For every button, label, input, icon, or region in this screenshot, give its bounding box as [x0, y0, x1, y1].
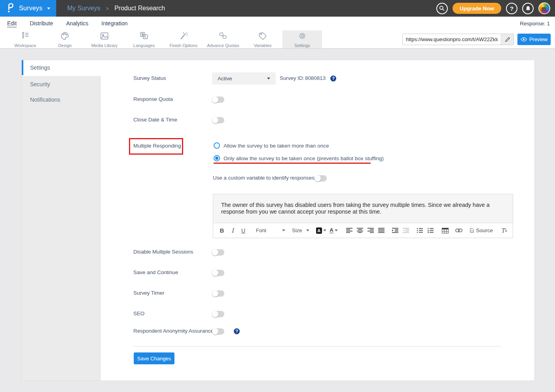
- app-root: Surveys My Surveys > Product Research Up…: [0, 0, 555, 392]
- tab-edit[interactable]: Edit: [7, 20, 17, 27]
- questionpro-logo-icon: [6, 2, 15, 15]
- seo-toggle[interactable]: [212, 311, 224, 317]
- survey-url-input[interactable]: [403, 34, 501, 45]
- anonymity-label: Respondent Anonymity Assurance: [133, 328, 214, 334]
- survey-url-field: [402, 34, 514, 45]
- search-icon[interactable]: [436, 3, 448, 14]
- help-icon[interactable]: ?: [506, 3, 517, 14]
- close-date-toggle[interactable]: [212, 117, 224, 123]
- rich-text-toolbar: B I U Font Size A A: [213, 223, 513, 238]
- breadcrumb-current-survey: Product Research: [114, 5, 165, 12]
- anonymity-toggle[interactable]: [212, 328, 224, 335]
- remove-format-icon[interactable]: Tx: [500, 226, 508, 235]
- palette-icon: [60, 31, 70, 42]
- save-continue-toggle[interactable]: [212, 270, 224, 276]
- indent-icon[interactable]: [392, 226, 399, 235]
- sidebar-item-settings[interactable]: Settings: [22, 60, 101, 75]
- toolbar-item-design[interactable]: Design: [45, 30, 85, 48]
- eye-icon: [521, 37, 527, 42]
- toolbar-item-languages[interactable]: A Languages: [124, 30, 164, 48]
- toolbar-item-media-library[interactable]: Media Library: [85, 30, 124, 48]
- survey-timer-toggle[interactable]: [212, 290, 224, 297]
- response-count[interactable]: Response: 1: [520, 21, 550, 27]
- edit-toolbar: Workspace Design Media Library A Languag…: [0, 30, 555, 49]
- response-quota-label: Response Quota: [133, 96, 173, 102]
- source-document-icon: [470, 227, 474, 233]
- tab-distribute[interactable]: Distribute: [30, 20, 53, 27]
- breadcrumb-separator: >: [106, 6, 109, 11]
- toolbar-item-advance-quotas[interactable]: Advance Quotas: [203, 30, 243, 48]
- disable-sessions-toggle[interactable]: [212, 249, 224, 256]
- italic-icon[interactable]: I: [229, 226, 236, 235]
- response-quota-toggle[interactable]: [212, 97, 224, 103]
- tag-icon: [258, 31, 268, 42]
- multiple-response-message-editor[interactable]: The owner of this survey has disabled us…: [213, 194, 513, 223]
- breadcrumb-my-surveys[interactable]: My Surveys: [67, 5, 100, 12]
- tab-integration[interactable]: Integration: [101, 20, 127, 27]
- chevron-down-icon: [47, 8, 50, 9]
- settings-sidebar: Settings Security Notifications: [22, 60, 101, 381]
- preview-button[interactable]: Preview: [517, 34, 551, 45]
- gear-icon: [297, 31, 307, 42]
- outdent-icon[interactable]: [402, 226, 409, 235]
- toolbar-item-workspace[interactable]: Workspace: [6, 30, 45, 48]
- top-bar: Surveys My Surveys > Product Research Up…: [0, 0, 555, 17]
- survey-id-label: Survey ID:: [280, 75, 304, 81]
- topbar-actions: Upgrade Now ?: [436, 2, 555, 14]
- notifications-bell-icon[interactable]: [522, 3, 534, 14]
- font-family-dropdown[interactable]: Font: [256, 226, 285, 235]
- align-left-icon[interactable]: [346, 226, 353, 235]
- underline-icon[interactable]: U: [240, 226, 247, 235]
- radio-multiple-allowed-label: Allow the survey to be taken more than o…: [224, 143, 329, 149]
- multiple-responding-label: Multiple Responding: [133, 143, 181, 149]
- source-button[interactable]: Source: [470, 226, 493, 235]
- save-continue-label: Save and Continue: [133, 269, 178, 275]
- chevron-down-icon: [267, 78, 270, 80]
- numbered-list-icon[interactable]: [427, 226, 434, 235]
- toolbar-item-settings[interactable]: Settings: [282, 30, 322, 48]
- workspace-icon: [20, 31, 30, 42]
- section-divider: [134, 346, 502, 347]
- align-right-icon[interactable]: [367, 226, 374, 235]
- background-color-icon[interactable]: A: [316, 226, 326, 235]
- radio-only-once[interactable]: [214, 155, 220, 161]
- wand-icon: [178, 31, 189, 42]
- sidebar-item-notifications[interactable]: Notifications: [22, 92, 101, 108]
- survey-status-help-icon[interactable]: ?: [330, 76, 336, 81]
- seo-label: SEO: [133, 311, 144, 316]
- tab-analytics[interactable]: Analytics: [66, 20, 88, 27]
- sidebar-item-security[interactable]: Security: [22, 77, 101, 92]
- link-icon[interactable]: [455, 226, 462, 235]
- upgrade-now-button[interactable]: Upgrade Now: [453, 3, 501, 14]
- product-switcher[interactable]: Surveys: [0, 0, 56, 17]
- justify-icon[interactable]: [378, 226, 385, 235]
- svg-text:A: A: [144, 36, 146, 38]
- bulleted-list-icon[interactable]: [416, 226, 423, 235]
- toolbar-item-variables[interactable]: Variables: [243, 30, 282, 48]
- annotation-red-underline: [214, 163, 371, 164]
- survey-status-dropdown[interactable]: Active: [212, 72, 276, 85]
- radio-multiple-allowed[interactable]: [214, 142, 220, 149]
- breadcrumb: My Surveys > Product Research: [67, 5, 165, 12]
- product-label: Surveys: [19, 5, 42, 12]
- custom-variable-toggle[interactable]: [314, 175, 327, 182]
- insert-table-icon[interactable]: [441, 226, 449, 235]
- radio-only-once-label: Only allow the survey to be taken once (…: [224, 155, 384, 161]
- survey-nav: Edit Distribute Analytics Integration Re…: [0, 17, 555, 30]
- anonymity-help-icon[interactable]: ?: [234, 328, 240, 334]
- close-date-label: Close Date & Time: [133, 117, 177, 123]
- edit-url-pencil-icon[interactable]: [501, 34, 513, 45]
- survey-status-label: Survey Status: [133, 75, 166, 81]
- bold-icon[interactable]: B: [218, 226, 225, 235]
- user-avatar[interactable]: [538, 2, 550, 14]
- settings-panel: Settings Security Notifications Survey S…: [22, 60, 534, 381]
- image-icon: [99, 31, 110, 42]
- align-center-icon[interactable]: [356, 226, 364, 235]
- custom-variable-label: Use a custom variable to identify respon…: [213, 175, 314, 181]
- survey-id-value: 8080813: [305, 75, 326, 81]
- save-changes-button[interactable]: Save Changes: [134, 352, 174, 364]
- disable-sessions-label: Disable Multiple Sessions: [133, 249, 193, 255]
- toolbar-item-finish-options[interactable]: Finish Options: [164, 30, 203, 48]
- font-size-dropdown[interactable]: Size: [292, 226, 309, 235]
- text-color-icon[interactable]: A: [330, 226, 337, 235]
